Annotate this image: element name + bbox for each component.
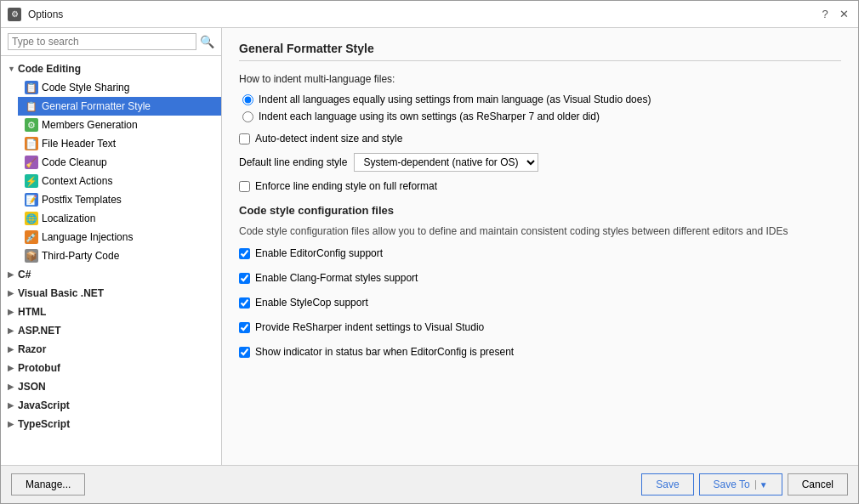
checkbox-row-status-bar[interactable]: Show indicator in status bar when Editor… [239, 346, 841, 358]
enforce-row[interactable]: Enforce line ending style on full reform… [239, 180, 841, 192]
sidebar-item-general-formatter[interactable]: 📋 General Formatter Style [18, 97, 221, 116]
section-code-editing[interactable]: ▼ Code Editing [1, 59, 221, 78]
section-csharp[interactable]: ▶ C# [1, 265, 221, 284]
footer-right: Save Save To ▼ Cancel [641, 473, 848, 496]
section-asp-net[interactable]: ▶ ASP.NET [1, 321, 221, 340]
file-header-label: File Header Text [42, 138, 116, 150]
postfix-templates-label: Postfix Templates [42, 194, 122, 206]
sidebar-item-third-party-code[interactable]: 📦 Third-Party Code [18, 246, 221, 265]
section-protobuf[interactable]: ▶ Protobuf [1, 359, 221, 377]
sidebar-item-code-style-sharing[interactable]: 📋 Code Style Sharing [18, 78, 221, 97]
file-header-icon: 📄 [25, 137, 38, 150]
panel-title: General Formatter Style [239, 42, 841, 61]
section-razor[interactable]: ▶ Razor [1, 340, 221, 359]
options-window: ⚙ Options ? ✕ 🔍 ▼ Code Editing 📋 [0, 0, 859, 504]
expand-arrow-html: ▶ [8, 308, 16, 316]
status-bar-checkbox[interactable] [239, 347, 250, 358]
context-actions-label: Context Actions [42, 175, 112, 187]
section-json[interactable]: ▶ JSON [1, 377, 221, 396]
section-js-label: JavaScript [18, 399, 70, 411]
clang-checkbox[interactable] [239, 273, 250, 284]
footer: Manage... Save Save To ▼ Cancel [1, 465, 858, 503]
sidebar-item-language-injections[interactable]: 💉 Language Injections [18, 228, 221, 246]
save-to-arrow-icon: ▼ [755, 480, 768, 490]
enforce-label: Enforce line ending style on full reform… [255, 180, 437, 192]
code-style-sharing-label: Code Style Sharing [42, 82, 129, 93]
resharper-indent-label: Provide ReSharper indent settings to Vis… [255, 321, 484, 333]
checkbox-row-stylecop[interactable]: Enable StyleCop support [239, 297, 841, 309]
radio-option-1[interactable]: Indent all languages equally using setti… [242, 93, 841, 105]
cancel-button[interactable]: Cancel [788, 473, 848, 496]
general-formatter-label: General Formatter Style [42, 100, 151, 112]
expand-arrow-protobuf: ▶ [8, 364, 16, 372]
sidebar-item-code-cleanup[interactable]: 🧹 Code Cleanup [18, 153, 221, 172]
config-description: Code style configuration files allow you… [239, 224, 841, 239]
radio-label-2: Indent each language using its own setti… [259, 110, 600, 122]
line-ending-select[interactable]: System-dependent (native for OS) [354, 153, 538, 172]
expand-arrow-csharp: ▶ [8, 270, 16, 279]
line-ending-label: Default line ending style [239, 156, 347, 168]
checkbox-row-editorconfig[interactable]: Enable EditorConfig support [239, 247, 841, 259]
section-vb-label: Visual Basic .NET [18, 287, 104, 299]
localization-icon: 🌐 [25, 212, 38, 225]
section-html[interactable]: ▶ HTML [1, 303, 221, 321]
expand-arrow-razor: ▶ [8, 345, 16, 354]
sidebar-item-members-generation[interactable]: ⚙ Members Generation [18, 116, 221, 134]
sidebar-item-file-header-text[interactable]: 📄 File Header Text [18, 134, 221, 153]
line-ending-row: Default line ending style System-depende… [239, 153, 841, 172]
radio-label-1: Indent all languages equally using setti… [259, 93, 651, 105]
code-editing-children: 📋 Code Style Sharing 📋 General Formatter… [1, 78, 221, 265]
editorconfig-checkbox[interactable] [239, 248, 250, 259]
section-ts-label: TypeScript [18, 418, 70, 430]
resharper-indent-checkbox[interactable] [239, 322, 250, 333]
stylecop-checkbox[interactable] [239, 297, 250, 309]
language-injections-label: Language Injections [42, 231, 133, 243]
code-cleanup-icon: 🧹 [25, 156, 38, 169]
save-button[interactable]: Save [641, 473, 693, 496]
stylecop-label: Enable StyleCop support [255, 297, 368, 309]
section-vb-net[interactable]: ▶ Visual Basic .NET [1, 284, 221, 303]
window-controls: ? ✕ [817, 7, 851, 22]
section-typescript[interactable]: ▶ TypeScript [1, 415, 221, 433]
auto-detect-row[interactable]: Auto-detect indent size and style [239, 133, 841, 144]
section-html-label: HTML [18, 306, 46, 318]
section-code-editing-label: Code Editing [18, 63, 81, 75]
sidebar-item-context-actions[interactable]: ⚡ Context Actions [18, 172, 221, 190]
members-generation-label: Members Generation [42, 119, 138, 131]
save-to-button[interactable]: Save To ▼ [699, 473, 782, 496]
sidebar-item-postfix-templates[interactable]: 📝 Postfix Templates [18, 190, 221, 209]
members-generation-icon: ⚙ [25, 118, 38, 132]
expand-arrow-vb: ▶ [8, 289, 16, 297]
radio-input-2[interactable] [242, 111, 253, 122]
save-to-label: Save To [714, 479, 750, 490]
checkbox-row-clang[interactable]: Enable Clang-Format styles support [239, 272, 841, 284]
main-content: 🔍 ▼ Code Editing 📋 Code Style Sharing 📋 … [1, 28, 858, 465]
expand-arrow-code-editing: ▼ [8, 65, 16, 73]
config-checkboxes: Enable EditorConfig support Enable Clang… [239, 247, 841, 366]
language-injections-icon: 💉 [25, 230, 38, 244]
manage-button[interactable]: Manage... [11, 473, 85, 496]
indent-label: How to indent multi-language files: [239, 73, 841, 85]
section-razor-label: Razor [18, 343, 46, 355]
section-javascript[interactable]: ▶ JavaScript [1, 396, 221, 415]
footer-left: Manage... [11, 473, 641, 496]
editorconfig-label: Enable EditorConfig support [255, 247, 383, 259]
expand-arrow-asp: ▶ [8, 326, 16, 335]
close-button[interactable]: ✕ [836, 7, 851, 22]
config-section-title: Code style configuration files [239, 204, 841, 217]
third-party-code-label: Third-Party Code [42, 250, 119, 262]
auto-detect-label: Auto-detect indent size and style [255, 133, 402, 144]
radio-input-1[interactable] [242, 94, 253, 105]
status-bar-label: Show indicator in status bar when Editor… [255, 346, 514, 358]
enforce-checkbox[interactable] [239, 181, 250, 192]
expand-arrow-ts: ▶ [8, 420, 16, 428]
sidebar-item-localization[interactable]: 🌐 Localization [18, 209, 221, 228]
search-icon: 🔍 [200, 35, 214, 48]
help-button[interactable]: ? [817, 7, 833, 22]
auto-detect-checkbox[interactable] [239, 133, 250, 144]
general-formatter-icon: 📋 [25, 99, 38, 113]
search-input[interactable] [8, 33, 196, 50]
checkbox-row-resharper-indent[interactable]: Provide ReSharper indent settings to Vis… [239, 321, 841, 333]
radio-option-2[interactable]: Indent each language using its own setti… [242, 110, 841, 122]
localization-label: Localization [42, 212, 95, 224]
